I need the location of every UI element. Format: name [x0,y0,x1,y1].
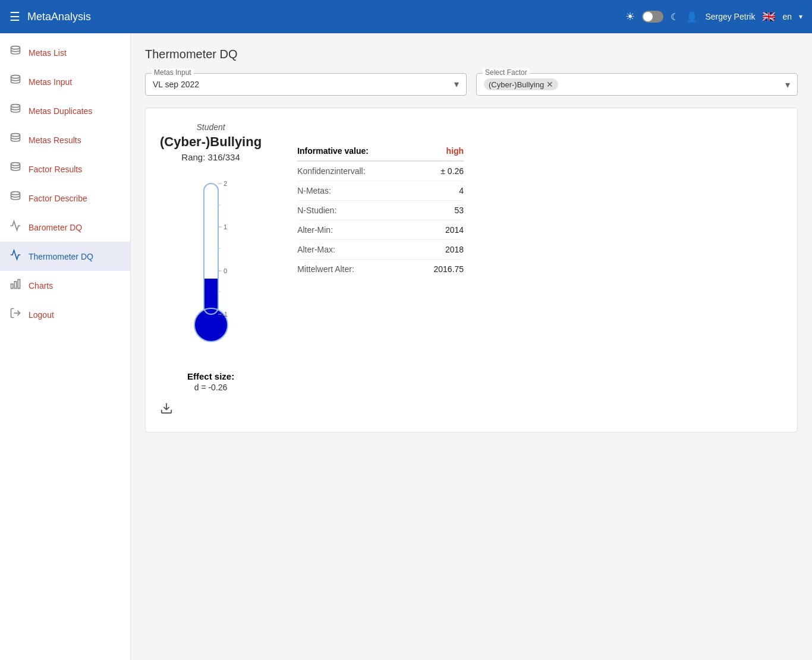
sidebar-item-barometer-dq[interactable]: Barometer DQ [0,213,130,242]
n-studien-value: 53 [455,206,464,215]
metas-input-value: VL sep 2022 ▾ [153,78,459,90]
sidebar-item-factor-results[interactable]: Factor Results [0,154,130,184]
sidebar-label-thermometer-dq: Thermometer DQ [29,252,93,261]
alter-min-value: 2014 [445,225,464,235]
metas-input-icon [10,74,21,89]
svg-point-5 [11,192,20,195]
moon-icon: ☾ [671,11,679,23]
alter-max-label: Alter-Max: [297,245,335,254]
user-name: Sergey Petrik [705,12,755,21]
factor-chip-close-icon[interactable]: ✕ [546,80,553,89]
theme-toggle[interactable] [642,11,663,23]
thermometer-visual: Student (Cyber-)Bullying Rang: 316/334 [160,122,262,392]
effect-size-value: d = -0.26 [187,383,234,392]
svg-point-0 [11,46,20,49]
sidebar-label-factor-describe: Factor Describe [29,194,87,203]
info-table: Informative value: high Konfidenzinterva… [297,146,464,279]
sidebar-label-barometer-dq: Barometer DQ [29,223,82,232]
filters-row: Metas Input VL sep 2022 ▾ Select Factor … [145,73,798,96]
select-factor-label: Select Factor [483,68,530,77]
sidebar-item-factor-describe[interactable]: Factor Describe [0,184,130,213]
svg-point-4 [11,163,20,166]
app-title: MetaAnalysis [27,11,618,23]
sun-icon: ☀ [625,10,635,23]
info-header: Informative value: high [297,146,464,162]
sidebar-label-metas-duplicates: Metas Duplicates [29,106,92,116]
svg-rect-14 [204,184,218,279]
alter-min-label: Alter-Min: [297,225,333,235]
main-content: Thermometer DQ Metas Input VL sep 2022 ▾… [131,33,812,660]
info-row-n-metas: N-Metas: 4 [297,181,464,201]
layout: Metas List Metas Input Metas Duplicates … [0,33,812,660]
thermometer-card: Student (Cyber-)Bullying Rang: 316/334 [145,108,798,432]
page-title: Thermometer DQ [145,48,798,61]
svg-rect-7 [14,282,16,289]
sidebar-label-charts: Charts [29,281,53,290]
factor-chip-text: (Cyber-)Bullying [489,80,544,89]
sidebar-label-metas-input: Metas Input [29,77,72,87]
n-metas-label: N-Metas: [297,186,331,195]
svg-rect-8 [18,280,20,289]
factor-describe-icon [10,191,21,206]
info-row-alter-max: Alter-Max: 2018 [297,240,464,260]
info-row-n-studien: N-Studien: 53 [297,201,464,220]
logout-icon [10,307,21,322]
metas-list-icon [10,45,21,60]
language-chevron-icon[interactable]: ▾ [799,12,802,21]
svg-text:0: 0 [224,267,227,274]
mittelwert-value: 2016.75 [434,264,464,274]
sidebar-item-logout[interactable]: Logout [0,300,130,329]
sidebar-item-metas-results[interactable]: Metas Results [0,125,130,154]
info-row-konfidenz: Konfidenzintervall: ± 0.26 [297,162,464,181]
info-row-mittelwert: Mittelwert Alter: 2016.75 [297,260,464,279]
svg-point-2 [11,105,20,108]
sidebar-item-metas-duplicates[interactable]: Metas Duplicates [0,96,130,125]
svg-text:1: 1 [224,223,227,230]
select-factor-field[interactable]: Select Factor (Cyber-)Bullying ✕ ▾ [476,73,798,96]
svg-text:-1: -1 [222,311,228,318]
sidebar-label-factor-results: Factor Results [29,165,82,174]
sidebar-item-charts[interactable]: Charts [0,271,130,300]
n-studien-label: N-Studien: [297,206,336,215]
svg-point-3 [11,134,20,137]
barometer-dq-icon [10,220,21,235]
factor-chip: (Cyber-)Bullying ✕ [484,78,558,90]
header: ☰ MetaAnalysis ☀ ☾ 👤 Sergey Petrik 🇬🇧 en… [0,0,812,33]
alter-max-value: 2018 [445,245,464,254]
n-metas-value: 4 [459,186,464,195]
header-right: ☀ ☾ 👤 Sergey Petrik 🇬🇧 en ▾ [625,10,802,23]
thermometer-svg: 2 1 0 -1 [181,172,241,362]
select-factor-chevron-icon: ▾ [785,79,790,90]
info-header-label: Informative value: [297,146,369,156]
rang-text: Rang: 316/334 [181,152,240,162]
thermometer-content: Student (Cyber-)Bullying Rang: 316/334 [160,122,783,392]
sidebar-item-metas-input[interactable]: Metas Input [0,67,130,96]
sidebar-item-thermometer-dq[interactable]: Thermometer DQ [0,242,130,271]
svg-rect-6 [11,284,13,289]
language-label: en [782,12,792,21]
effect-size-label: Effect size: [187,371,234,381]
charts-icon [10,278,21,293]
info-header-value: high [446,146,464,156]
sidebar-label-logout: Logout [29,310,54,320]
user-avatar-icon: 👤 [686,11,698,23]
menu-icon[interactable]: ☰ [10,10,20,24]
mittelwert-label: Mittelwert Alter: [297,264,354,274]
metas-results-icon [10,132,21,147]
factor-results-icon [10,162,21,176]
factor-name: (Cyber-)Bullying [160,134,262,150]
sidebar-item-metas-list[interactable]: Metas List [0,38,130,67]
download-area [160,402,783,418]
metas-input-chevron-icon: ▾ [454,78,459,90]
svg-text:2: 2 [224,180,227,187]
metas-input-field[interactable]: Metas Input VL sep 2022 ▾ [145,73,467,96]
metas-input-label: Metas Input [152,68,194,77]
sidebar-label-metas-list: Metas List [29,48,67,58]
sidebar: Metas List Metas Input Metas Duplicates … [0,33,131,660]
sidebar-label-metas-results: Metas Results [29,135,81,145]
info-row-alter-min: Alter-Min: 2014 [297,220,464,240]
download-icon[interactable] [160,404,173,417]
metas-duplicates-icon [10,103,21,118]
konfidenz-value: ± 0.26 [440,166,464,176]
thermometer-dq-icon [10,249,21,264]
